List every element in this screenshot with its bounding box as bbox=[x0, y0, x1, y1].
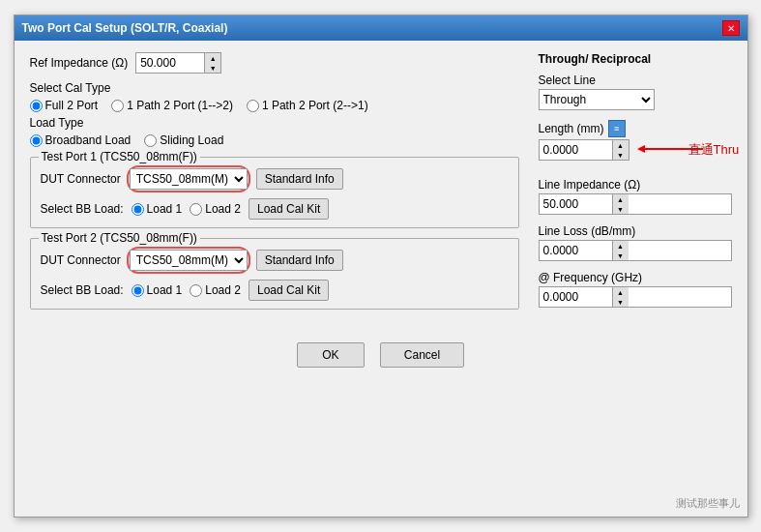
cal-type-1path21[interactable]: 1 Path 2 Port (2-->1) bbox=[247, 99, 368, 112]
port2-dut-row: DUT Connector TCS50_08mm(M) TCS50_08mm(F… bbox=[41, 247, 509, 274]
port1-load2[interactable]: Load 2 bbox=[190, 202, 241, 216]
port2-load1[interactable]: Load 1 bbox=[132, 283, 183, 297]
port1-dut-row: DUT Connector TCS50_08mm(M) TCS50_08mm(F… bbox=[41, 165, 509, 192]
port2-std-info-button[interactable]: Standard Info bbox=[256, 250, 343, 271]
port1-load-label: Select BB Load: bbox=[41, 202, 124, 216]
main-content: Ref Impedance (Ω) ▲ ▼ Select Cal Type Fu… bbox=[15, 41, 747, 331]
test-port1-group: Test Port 1 (TCS50_08mm(F)) DUT Connecto… bbox=[30, 157, 519, 228]
test-port1-title: Test Port 1 (TCS50_08mm(F)) bbox=[39, 150, 200, 163]
ref-impedance-up[interactable]: ▲ bbox=[205, 53, 220, 63]
load-type-group: Broadband Load Sliding Load bbox=[30, 133, 519, 147]
load-type-sliding-label: Sliding Load bbox=[160, 133, 223, 147]
length-input[interactable] bbox=[540, 140, 612, 160]
select-line-dropdown[interactable]: Through Reciprocal bbox=[539, 89, 655, 110]
select-line-label: Select Line bbox=[539, 74, 732, 87]
freq-up[interactable]: ▲ bbox=[613, 287, 629, 297]
port1-std-info-button[interactable]: Standard Info bbox=[256, 168, 343, 190]
port2-connector-wrapper: TCS50_08mm(M) TCS50_08mm(F) bbox=[127, 247, 250, 274]
port2-load1-label: Load 1 bbox=[147, 283, 183, 297]
port2-load-label: Select BB Load: bbox=[41, 283, 124, 297]
ref-impedance-spin-btns: ▲ ▼ bbox=[204, 53, 220, 73]
bottom-buttons: OK Cancel bbox=[15, 331, 747, 381]
length-icon[interactable]: ≡ bbox=[608, 120, 626, 137]
svg-marker-1 bbox=[637, 145, 645, 153]
load-type-label: Load Type bbox=[30, 116, 519, 130]
line-loss-input[interactable] bbox=[540, 241, 612, 260]
through-section-title: Through/ Reciprocal bbox=[539, 52, 732, 66]
line-loss-spin-btns: ▲ ▼ bbox=[612, 241, 629, 260]
title-bar: Two Port Cal Setup (SOLT/R, Coaxial) ✕ bbox=[15, 15, 747, 41]
cal-type-1path21-label: 1 Path 2 Port (2-->1) bbox=[262, 99, 368, 112]
load-type-sliding[interactable]: Sliding Load bbox=[144, 133, 223, 147]
port2-dut-label: DUT Connector bbox=[41, 253, 121, 267]
line-impedance-up[interactable]: ▲ bbox=[613, 194, 629, 204]
freq-label: @ Frequency (GHz) bbox=[539, 271, 732, 284]
port1-connector-select[interactable]: TCS50_08mm(M) TCS50_08mm(F) bbox=[130, 168, 248, 190]
line-impedance-spin-btns: ▲ ▼ bbox=[612, 194, 629, 214]
length-row: Length (mm) ≡ bbox=[539, 120, 732, 137]
cal-type-full2port[interactable]: Full 2 Port bbox=[30, 99, 99, 112]
test-port2-group: Test Port 2 (TCS50_08mm(F)) DUT Connecto… bbox=[30, 238, 519, 310]
freq-spinbox[interactable]: ▲ ▼ bbox=[539, 286, 732, 308]
load-type-broadband-label: Broadband Load bbox=[45, 133, 132, 147]
window-title: Two Port Cal Setup (SOLT/R, Coaxial) bbox=[22, 21, 228, 35]
cal-type-label: Select Cal Type bbox=[30, 81, 519, 95]
length-down[interactable]: ▼ bbox=[613, 150, 629, 160]
cancel-button[interactable]: Cancel bbox=[380, 342, 464, 368]
line-impedance-spinbox[interactable]: ▲ ▼ bbox=[539, 193, 732, 215]
freq-input[interactable] bbox=[540, 287, 612, 307]
ref-impedance-label: Ref Impedance (Ω) bbox=[30, 56, 129, 70]
watermark: 测试那些事儿 bbox=[676, 496, 740, 511]
port1-load2-label: Load 2 bbox=[205, 202, 241, 216]
right-panel: Through/ Reciprocal Select Line Through … bbox=[539, 52, 732, 319]
line-impedance-label: Line Impedance (Ω) bbox=[539, 178, 732, 192]
line-impedance-input[interactable] bbox=[540, 194, 612, 214]
port2-load-cal-button[interactable]: Load Cal Kit bbox=[249, 280, 329, 301]
length-icon-symbol: ≡ bbox=[614, 124, 619, 133]
length-label: Length (mm) bbox=[539, 122, 604, 135]
port1-load-row: Select BB Load: Load 1 Load 2 Load Cal K… bbox=[41, 198, 509, 220]
ok-button[interactable]: OK bbox=[297, 342, 365, 368]
port2-load-row: Select BB Load: Load 1 Load 2 Load Cal K… bbox=[41, 280, 509, 301]
line-loss-label: Line Loss (dB/mm) bbox=[539, 224, 732, 238]
port1-connector-wrapper: TCS50_08mm(M) TCS50_08mm(F) bbox=[127, 165, 250, 192]
cal-type-1path12[interactable]: 1 Path 2 Port (1-->2) bbox=[111, 99, 233, 112]
cal-type-full2port-label: Full 2 Port bbox=[45, 99, 99, 112]
length-spinbox[interactable]: ▲ ▼ bbox=[539, 139, 629, 161]
test-port2-title: Test Port 2 (TCS50_08mm(F)) bbox=[39, 231, 200, 245]
freq-spin-btns: ▲ ▼ bbox=[612, 287, 629, 307]
ref-impedance-input[interactable] bbox=[136, 53, 204, 73]
freq-down[interactable]: ▼ bbox=[613, 297, 629, 307]
ref-impedance-spinbox[interactable]: ▲ ▼ bbox=[135, 52, 221, 74]
port1-load-cal-button[interactable]: Load Cal Kit bbox=[249, 198, 329, 220]
ref-impedance-row: Ref Impedance (Ω) ▲ ▼ bbox=[30, 52, 519, 74]
port1-dut-label: DUT Connector bbox=[41, 172, 121, 186]
port1-load1[interactable]: Load 1 bbox=[132, 202, 183, 216]
line-impedance-down[interactable]: ▼ bbox=[613, 204, 629, 214]
load-type-broadband[interactable]: Broadband Load bbox=[30, 133, 132, 147]
port2-load2[interactable]: Load 2 bbox=[190, 283, 241, 297]
port2-load2-label: Load 2 bbox=[205, 283, 241, 297]
left-panel: Ref Impedance (Ω) ▲ ▼ Select Cal Type Fu… bbox=[30, 52, 519, 319]
line-loss-down[interactable]: ▼ bbox=[613, 251, 629, 260]
port1-load1-label: Load 1 bbox=[147, 202, 183, 216]
ref-impedance-down[interactable]: ▼ bbox=[205, 63, 220, 73]
line-loss-up[interactable]: ▲ bbox=[613, 241, 629, 251]
title-controls: ✕ bbox=[722, 20, 740, 36]
main-window: Two Port Cal Setup (SOLT/R, Coaxial) ✕ R… bbox=[14, 15, 748, 517]
length-up[interactable]: ▲ bbox=[613, 140, 629, 150]
line-loss-spinbox[interactable]: ▲ ▼ bbox=[539, 240, 732, 261]
close-button[interactable]: ✕ bbox=[722, 20, 740, 36]
cal-type-1path12-label: 1 Path 2 Port (1-->2) bbox=[127, 99, 233, 112]
annotation-text: 直通Thru bbox=[688, 141, 740, 159]
length-spin-btns: ▲ ▼ bbox=[612, 140, 629, 160]
cal-type-group: Full 2 Port 1 Path 2 Port (1-->2) 1 Path… bbox=[30, 99, 519, 112]
port2-connector-select[interactable]: TCS50_08mm(M) TCS50_08mm(F) bbox=[130, 250, 248, 271]
